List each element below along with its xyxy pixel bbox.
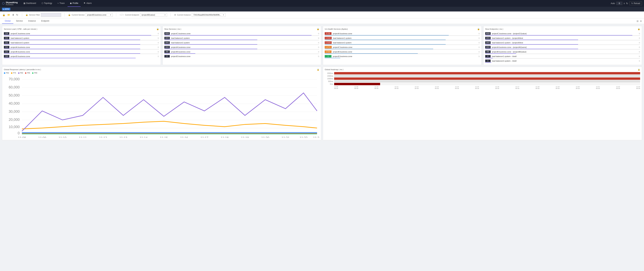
list-item: 211projectB.business-zone⎘ — [4, 50, 159, 54]
apm-badge[interactable]: ▸ APM — [2, 8, 10, 10]
svg-text:11:16: 11:16 — [180, 136, 188, 138]
metric-bar — [325, 53, 418, 54]
copy-icon[interactable]: ⎘ — [478, 42, 480, 44]
copy-icon[interactable]: ⎘ — [318, 51, 319, 53]
nav-dashboard[interactable]: ▦ Dashboard — [21, 0, 38, 7]
copy-icon[interactable]: ⎘ — [478, 51, 480, 53]
unhealth-services-lock-icon[interactable]: 🔒 — [477, 28, 480, 30]
svg-text:60,000: 60,000 — [8, 85, 20, 89]
svg-text:11:22: 11:22 — [300, 136, 308, 138]
metric-name: projectA.business-zone - /projectA/{name… — [492, 46, 638, 48]
heatmap-label-2000: 2000ms — [325, 72, 333, 74]
metric-value-badge: 1843 — [485, 41, 490, 44]
copy-icon[interactable]: ⎘ — [318, 55, 319, 57]
metric-bar — [325, 49, 433, 49]
metric-bar — [485, 58, 493, 58]
nav-topology[interactable]: ⬡ Topology — [39, 0, 54, 7]
list-item: 1843load balancer1.system - /projectA/te… — [485, 36, 640, 40]
refresh-toolbar-icon[interactable]: ↻ — [16, 13, 18, 16]
slow-endpoints-title: Slow Endpoints ( ms ) 🔒 — [485, 28, 640, 30]
folder-icon[interactable]: 📁 — [7, 13, 10, 16]
apm-label: APM — [5, 8, 9, 10]
apdex-badge: 0.3163 — [325, 37, 332, 39]
list-item: 0.3163load balancer2.system⎘ — [325, 41, 480, 45]
nav-trace[interactable]: ≈ Trace — [55, 0, 67, 7]
svg-text:11:12: 11:12 — [99, 136, 107, 138]
list-item: 490projectB.business-zone - /projectB/{v… — [485, 50, 640, 54]
copy-icon[interactable]: ⎘ — [158, 37, 159, 39]
copy-icon[interactable]: ⎘ — [478, 46, 480, 48]
brand-sub: Rocketbot — [6, 4, 18, 5]
refresh-icon: ↻ — [626, 2, 628, 5]
current-instance-select[interactable]: 734146aad8424eb490ef3b6f0fb... ▾ — [192, 13, 226, 17]
tab-expand-icon[interactable]: ⊞ — [636, 20, 638, 22]
copy-icon[interactable]: ⎘ — [639, 42, 640, 44]
nav-alarm[interactable]: ⚑ Alarm — [81, 0, 94, 7]
list-item: 0projectD.business-zone⎘ — [164, 54, 320, 58]
legend-label: P99 — [34, 72, 37, 74]
metric-value-badge: 490 — [164, 50, 170, 53]
tab-instance[interactable]: Instance — [26, 18, 38, 24]
copy-icon[interactable]: ⎘ — [639, 55, 640, 57]
current-service-select[interactable]: projectB.business-zone ▾ — [86, 13, 113, 17]
apdex-badge: 0.3163 — [325, 41, 332, 44]
current-endpoint-select[interactable]: /projectB/{value} ▾ — [140, 13, 167, 17]
metric-name: projectD.business-zone — [171, 55, 317, 57]
lock-toolbar-icon[interactable]: 🔒 — [2, 13, 6, 16]
download-icon[interactable]: ⬇ — [12, 13, 14, 16]
copy-icon[interactable]: ⎘ — [639, 60, 640, 62]
nav-right: Auto s ↻ ↻ Reload — [611, 1, 642, 5]
copy-icon[interactable]: ⎘ — [639, 37, 640, 39]
svg-text:11:08: 11:08 — [18, 136, 26, 138]
copy-icon[interactable]: ⎘ — [478, 37, 480, 39]
metric-name: projectA.business-zone — [171, 46, 317, 48]
tab-endpoint[interactable]: Endpoint — [38, 18, 52, 24]
list-item: 1843load balancer2.system - /projectA/te… — [485, 41, 640, 45]
current-endpoint-group: </> Current Endpoint /projectB/{value} ▾ — [120, 13, 167, 17]
copy-icon[interactable]: ⎘ — [318, 37, 319, 39]
toolbar-icons: 🔒 📁 ⬇ ↻ — [2, 13, 18, 16]
metric-name: load balancer1.system - /projectA/test — [492, 37, 638, 39]
apdex-badge: 07554 — [325, 50, 332, 53]
global-response-title: Global Response Latency ( percentile in … — [4, 68, 319, 71]
reload-button[interactable]: ↻ Reload — [630, 1, 642, 5]
copy-icon[interactable]: ⎘ — [639, 32, 640, 34]
tab-global[interactable]: Global — [2, 18, 13, 24]
svg-text:11:13: 11:13 — [119, 136, 127, 138]
metric-bar — [485, 49, 578, 49]
metric-value-badge: 4698 — [485, 32, 490, 35]
copy-icon[interactable]: ⎘ — [158, 55, 159, 57]
current-instance-label: Current Instance — [177, 14, 191, 16]
copy-icon[interactable]: ⎘ — [158, 32, 159, 34]
global-response-lock-icon[interactable]: 🔒 — [317, 68, 319, 71]
nav-profile[interactable]: ◉ Profile — [68, 0, 80, 7]
service-filter-input[interactable] — [41, 13, 61, 17]
copy-icon[interactable]: ⎘ — [318, 32, 319, 34]
list-item: 4698projectC.business-zone - /projectC/{… — [485, 31, 640, 36]
metric-bar — [164, 35, 312, 35]
heatmap-fill-500 — [334, 80, 640, 82]
copy-icon[interactable]: ⎘ — [158, 46, 159, 48]
legend-item: P75 — [11, 72, 16, 74]
copy-icon[interactable]: ⎘ — [318, 42, 319, 44]
tab-download-icon[interactable]: ⬇ — [640, 20, 642, 22]
list-item: 1843load balancer1.system⎘ — [164, 36, 320, 40]
copy-icon[interactable]: ⎘ — [318, 46, 319, 48]
copy-icon[interactable]: ⎘ — [158, 42, 159, 44]
copy-icon[interactable]: ⎘ — [158, 51, 159, 53]
services-load-lock-icon[interactable]: 🔒 — [156, 28, 159, 30]
tab-service[interactable]: Service — [13, 18, 26, 24]
list-item: 4698projectC.business-zone⎘ — [164, 31, 320, 36]
global-heatmap-lock-icon[interactable]: 🔒 — [638, 68, 640, 71]
copy-icon[interactable]: ⎘ — [478, 32, 480, 34]
svg-text:11:21: 11:21 — [282, 136, 290, 138]
copy-icon[interactable]: ⎘ — [639, 46, 640, 48]
metric-bar — [4, 49, 140, 49]
copy-icon[interactable]: ⎘ — [639, 51, 640, 53]
slow-endpoints-lock-icon[interactable]: 🔒 — [638, 28, 640, 30]
auto-interval-input[interactable] — [616, 2, 622, 5]
slow-services-title: Slow Services ( ms ) 🔒 — [164, 28, 320, 30]
copy-icon[interactable]: ⎘ — [478, 55, 480, 57]
list-item: 210projectD.business-zone⎘ — [4, 54, 159, 58]
slow-services-lock-icon[interactable]: 🔒 — [317, 28, 319, 30]
